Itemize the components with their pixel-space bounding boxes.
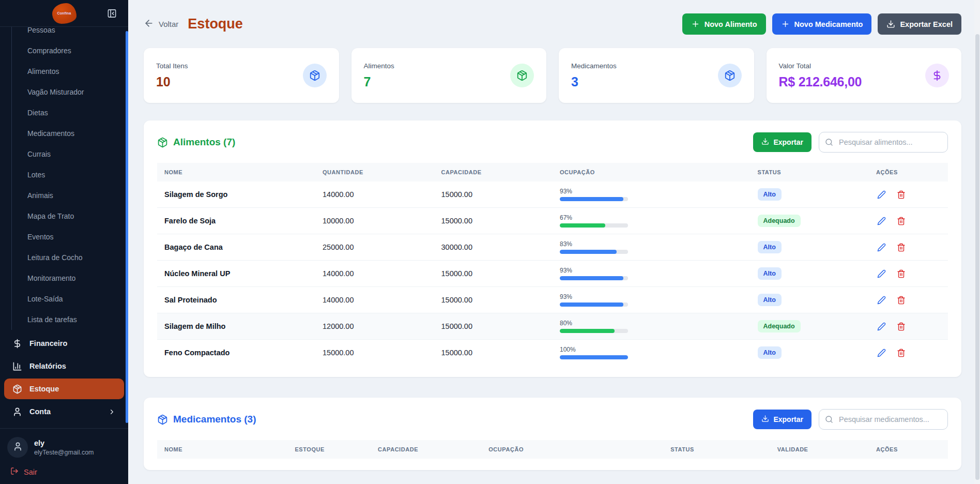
delete-button[interactable]: [896, 268, 907, 279]
delete-button[interactable]: [896, 347, 907, 358]
status-badge: Alto: [758, 241, 782, 253]
plus-icon: [691, 20, 700, 28]
sidebar-header: Confina: [0, 0, 128, 27]
cell-occupancy: 93%: [553, 261, 751, 287]
table-row-bagaco-de-cana: Bagaço de Cana25000.0030000.0083%Alto: [157, 234, 948, 261]
delete-button[interactable]: [896, 321, 907, 332]
search-icon: [825, 415, 833, 424]
delete-button[interactable]: [896, 189, 907, 200]
card-alimentos: Alimentos7: [351, 48, 547, 103]
sidebar-item-mapa-de-trato[interactable]: Mapa de Trato: [27, 206, 128, 226]
occupancy-percent: 100%: [560, 346, 743, 353]
sidebar-item-lotes[interactable]: Lotes: [27, 164, 128, 185]
alimentos-panel-header: Alimentos (7) Exportar: [157, 132, 948, 153]
alimentos-table-header-row: NOMEQUANTIDADECAPACIDADEOCUPAÇÃOSTATUSAÇ…: [157, 163, 948, 182]
sidebar-item-financeiro[interactable]: Financeiro: [4, 333, 124, 354]
card-valor-total: Valor TotalR$ 212.646,00: [767, 48, 962, 103]
edit-button[interactable]: [876, 268, 887, 279]
column-header-capacidade: CAPACIDADE: [434, 163, 553, 182]
sidebar-item-dietas[interactable]: Dietas: [27, 102, 128, 123]
sidebar-item-label: Financeiro: [29, 339, 67, 347]
medicamentos-search: [819, 409, 948, 430]
status-badge: Alto: [758, 294, 782, 306]
medicamentos-title: Medicamentos (3): [157, 414, 256, 425]
novo-medicamento-button[interactable]: Novo Medicamento: [772, 13, 872, 35]
delete-button[interactable]: [896, 242, 907, 253]
alimentos-search-input[interactable]: [819, 132, 948, 153]
edit-button[interactable]: [876, 347, 887, 358]
user-email: elyTeste@gmail.com: [34, 449, 94, 456]
back-button[interactable]: Voltar: [144, 18, 178, 30]
progress-bar: [560, 303, 628, 307]
arrow-left-icon: [144, 18, 154, 30]
column-header-acoes: AÇÕES: [869, 163, 948, 182]
package-icon: [12, 384, 22, 394]
sidebar-item-eventos[interactable]: Eventos: [27, 226, 128, 247]
sidebar-item-estoque[interactable]: Estoque: [4, 379, 124, 399]
edit-button[interactable]: [876, 242, 887, 253]
sidebar-item-label: Estoque: [29, 385, 59, 393]
user-row[interactable]: ely elyTeste@gmail.com: [7, 437, 121, 458]
column-header-validade: VALIDADE: [770, 440, 869, 459]
progress-fill: [560, 303, 623, 307]
medicamentos-actions: Exportar: [753, 409, 948, 430]
cell-quantity: 25000.00: [315, 234, 434, 261]
column-header-ocupacao: OCUPAÇÃO: [553, 163, 751, 182]
edit-button[interactable]: [876, 295, 887, 306]
sidebar-collapse-button[interactable]: [107, 8, 117, 18]
cell-quantity: 12000.00: [315, 313, 434, 340]
sidebar-item-alimentos[interactable]: Alimentos: [27, 61, 128, 82]
progress-bar: [560, 250, 628, 254]
edit-button[interactable]: [876, 189, 887, 200]
edit-button[interactable]: [876, 321, 887, 332]
sidebar-item-conta[interactable]: Conta: [4, 401, 124, 422]
sidebar-item-relatorios[interactable]: Relatórios: [4, 356, 124, 376]
cell-occupancy: 93%: [553, 182, 751, 208]
dollar-icon: [12, 339, 22, 349]
trash-icon: [897, 351, 906, 359]
page-scrollbar: [974, 0, 980, 484]
sidebar-mainnav: FinanceiroRelatóriosEstoqueConta: [0, 330, 128, 422]
sidebar-item-currais[interactable]: Currais: [27, 144, 128, 164]
sidebar-item-lote-saida[interactable]: Lote-Saída: [27, 289, 128, 309]
package-icon: [157, 137, 168, 148]
cell-quantity: 15000.00: [315, 340, 434, 366]
pencil-icon: [877, 351, 886, 359]
column-header-capacidade: CAPACIDADE: [371, 440, 481, 459]
progress-fill: [560, 329, 615, 333]
cell-status: Alto: [751, 340, 869, 366]
alimentos-export-button[interactable]: Exportar: [753, 132, 811, 152]
exportar-excel-button[interactable]: Exportar Excel: [878, 13, 961, 35]
novo-alimento-button[interactable]: Novo Alimento: [682, 13, 766, 35]
sidebar-item-vagao-misturador[interactable]: Vagão Misturador: [27, 82, 128, 102]
sidebar-item-animais[interactable]: Animais: [27, 185, 128, 206]
edit-button[interactable]: [876, 216, 887, 226]
column-header-estoque: ESTOQUE: [287, 440, 371, 459]
medicamentos-export-button[interactable]: Exportar: [753, 410, 811, 429]
summary-cards: Total Itens10Alimentos7Medicamentos3Valo…: [144, 48, 961, 103]
logout-button[interactable]: Sair: [7, 467, 121, 477]
alimentos-search: [819, 132, 948, 153]
sidebar-item-compradores[interactable]: Compradores: [27, 40, 128, 61]
column-header-status: STATUS: [663, 440, 770, 459]
cell-actions: [869, 287, 948, 313]
medicamentos-search-input[interactable]: [819, 409, 948, 430]
logout-icon: [10, 467, 19, 477]
page-scrollbar-thumb[interactable]: [975, 34, 979, 480]
cell-occupancy: 93%: [553, 287, 751, 313]
sidebar-item-monitoramento[interactable]: Monitoramento: [27, 268, 128, 289]
card-label: Medicamentos: [571, 62, 617, 70]
cell-quantity: 14000.00: [315, 287, 434, 313]
delete-button[interactable]: [896, 216, 907, 226]
sidebar-item-leitura-de-cocho[interactable]: Leitura de Cocho: [27, 247, 128, 268]
plus-icon: [781, 20, 790, 28]
sidebar-item-lista-de-tarefas[interactable]: Lista de tarefas: [27, 309, 128, 330]
sidebar-item-medicamentos[interactable]: Medicamentos: [27, 123, 128, 144]
cell-name: Silagem de Milho: [157, 313, 315, 340]
sidebar-scrollbar-thumb[interactable]: [126, 31, 128, 423]
cell-name: Bagaço de Cana: [157, 234, 315, 261]
sidebar-item-pessoas[interactable]: Pessoas: [27, 27, 128, 40]
card-medicamentos: Medicamentos3: [559, 48, 754, 103]
app-logo[interactable]: Confina: [52, 3, 76, 24]
delete-button[interactable]: [896, 295, 907, 306]
